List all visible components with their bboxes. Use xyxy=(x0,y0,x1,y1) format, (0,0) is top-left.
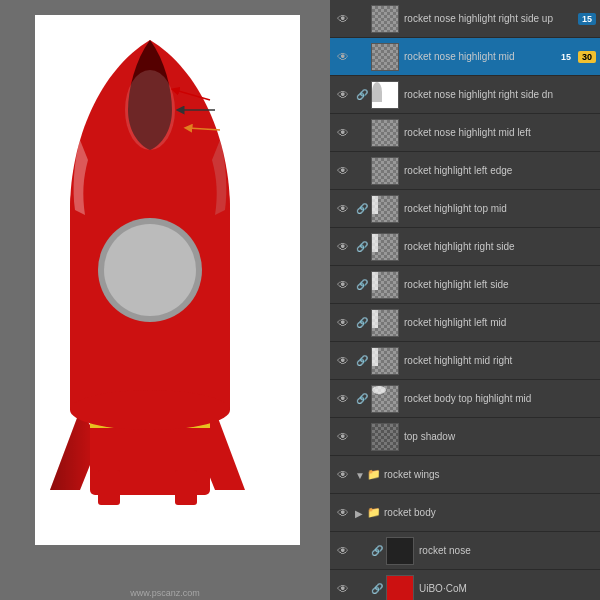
layer-row-7[interactable]: 👁🔗rocket highlight right side xyxy=(330,228,600,266)
layer-thumb-7 xyxy=(371,233,399,261)
layers-container: 👁rocket nose highlight right side up15👁r… xyxy=(330,0,600,600)
layer-thumb-11 xyxy=(371,385,399,413)
layer-row-4[interactable]: 👁rocket nose highlight mid left xyxy=(330,114,600,152)
eye-icon-1[interactable]: 👁 xyxy=(334,10,352,28)
layer-row-1[interactable]: 👁rocket nose highlight right side up15 xyxy=(330,0,600,38)
layer-thumb-9 xyxy=(371,309,399,337)
chain-icon-16: 🔗 xyxy=(370,580,384,598)
eye-icon-11[interactable]: 👁 xyxy=(334,390,352,408)
eye-icon-5[interactable]: 👁 xyxy=(334,162,352,180)
layer-row-8[interactable]: 👁🔗rocket highlight left side xyxy=(330,266,600,304)
layer-thumb-16 xyxy=(386,575,414,601)
layer-name-2: rocket nose highlight mid xyxy=(404,51,554,62)
layer-name-11: rocket body top highlight mid xyxy=(404,393,596,404)
layer-thumb-4 xyxy=(371,119,399,147)
layer-row-5[interactable]: 👁rocket highlight left edge xyxy=(330,152,600,190)
layer-name-12: top shadow xyxy=(404,431,596,442)
layer-name-7: rocket highlight right side xyxy=(404,241,596,252)
layer-thumb-6 xyxy=(371,195,399,223)
layer-name-13: rocket wings xyxy=(384,469,596,480)
chain-icon-7: 🔗 xyxy=(355,238,369,256)
layer-name-15: rocket nose xyxy=(419,545,596,556)
chain-icon-11: 🔗 xyxy=(355,390,369,408)
layer-row-12[interactable]: 👁top shadow xyxy=(330,418,600,456)
layer-name-3: rocket nose highlight right side dn xyxy=(404,89,596,100)
layer-name-4: rocket nose highlight mid left xyxy=(404,127,596,138)
layer-row-14[interactable]: 👁▶📁rocket body xyxy=(330,494,600,532)
layer-name-8: rocket highlight left side xyxy=(404,279,596,290)
layer-thumb-8 xyxy=(371,271,399,299)
layer-row-16[interactable]: 👁🔗UiBO·CoM xyxy=(330,570,600,600)
layer-badge2-2: 30 xyxy=(578,51,596,63)
eye-icon-2[interactable]: 👁 xyxy=(334,48,352,66)
watermark: www.pscanz.com xyxy=(130,588,200,598)
layer-name-14: rocket body xyxy=(384,507,596,518)
svg-point-10 xyxy=(104,224,196,316)
eye-icon-6[interactable]: 👁 xyxy=(334,200,352,218)
chain-icon-15: 🔗 xyxy=(370,542,384,560)
layers-panel: 👁rocket nose highlight right side up15👁r… xyxy=(330,0,600,600)
eye-icon-15[interactable]: 👁 xyxy=(334,542,352,560)
folder-arrow-13[interactable]: ▼ xyxy=(355,470,365,480)
layer-thumb-1 xyxy=(371,5,399,33)
layer-name-5: rocket highlight left edge xyxy=(404,165,596,176)
layer-row-6[interactable]: 👁🔗rocket highlight top mid xyxy=(330,190,600,228)
layer-row-2[interactable]: 👁rocket nose highlight mid1530 xyxy=(330,38,600,76)
eye-icon-14[interactable]: 👁 xyxy=(334,504,352,522)
layer-row-11[interactable]: 👁🔗rocket body top highlight mid xyxy=(330,380,600,418)
eye-icon-12[interactable]: 👁 xyxy=(334,428,352,446)
layer-row-9[interactable]: 👁🔗rocket highlight left mid xyxy=(330,304,600,342)
folder-arrow-14[interactable]: ▶ xyxy=(355,508,365,518)
layer-name-6: rocket highlight top mid xyxy=(404,203,596,214)
eye-icon-7[interactable]: 👁 xyxy=(334,238,352,256)
layer-row-13[interactable]: 👁▼📁rocket wings xyxy=(330,456,600,494)
layer-name-16: UiBO·CoM xyxy=(419,583,596,594)
svg-point-8 xyxy=(70,390,230,430)
folder-icon-13: 📁 xyxy=(367,468,381,482)
eye-icon-9[interactable]: 👁 xyxy=(334,314,352,332)
chain-icon-8: 🔗 xyxy=(355,276,369,294)
chain-icon-3: 🔗 xyxy=(355,86,369,104)
layer-name-10: rocket highlight mid right xyxy=(404,355,596,366)
eye-icon-16[interactable]: 👁 xyxy=(334,580,352,598)
folder-icon-14: 📁 xyxy=(367,506,381,520)
chain-icon-6: 🔗 xyxy=(355,200,369,218)
rocket-illustration xyxy=(20,10,310,580)
chain-icon-10: 🔗 xyxy=(355,352,369,370)
layer-thumb-12 xyxy=(371,423,399,451)
eye-icon-8[interactable]: 👁 xyxy=(334,276,352,294)
svg-rect-4 xyxy=(98,470,120,505)
eye-icon-4[interactable]: 👁 xyxy=(334,124,352,142)
eye-icon-3[interactable]: 👁 xyxy=(334,86,352,104)
layer-name-9: rocket highlight left mid xyxy=(404,317,596,328)
layer-thumb-5 xyxy=(371,157,399,185)
svg-rect-5 xyxy=(175,470,197,505)
layer-row-10[interactable]: 👁🔗rocket highlight mid right xyxy=(330,342,600,380)
layer-name-1: rocket nose highlight right side up xyxy=(404,13,575,24)
layer-row-15[interactable]: 👁🔗rocket nose xyxy=(330,532,600,570)
chain-icon-9: 🔗 xyxy=(355,314,369,332)
canvas-area: www.pscanz.com xyxy=(0,0,330,600)
layer-thumb-3 xyxy=(371,81,399,109)
eye-icon-13[interactable]: 👁 xyxy=(334,466,352,484)
layer-thumb-2 xyxy=(371,43,399,71)
eye-icon-10[interactable]: 👁 xyxy=(334,352,352,370)
layer-row-3[interactable]: 👁🔗rocket nose highlight right side dn xyxy=(330,76,600,114)
layer-thumb-15 xyxy=(386,537,414,565)
layer-thumb-10 xyxy=(371,347,399,375)
svg-point-11 xyxy=(125,70,175,150)
layer-badge-2: 15 xyxy=(557,51,575,63)
layer-badge-1: 15 xyxy=(578,13,596,25)
